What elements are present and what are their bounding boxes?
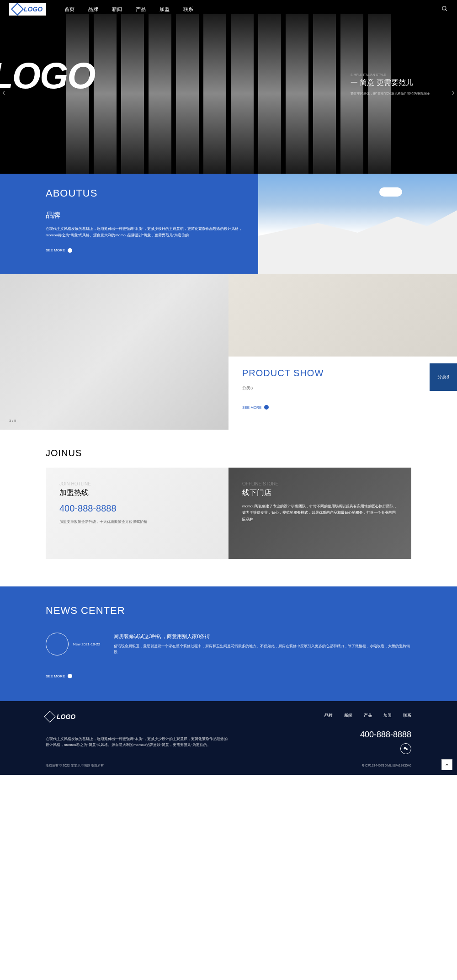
product-image-secondary [228,274,457,357]
see-more-label: SEE MORE [242,405,261,410]
about-title: ABOUTUS [46,187,244,199]
about-image [258,174,457,274]
see-more-label: SEE MORE [46,674,65,678]
news-see-more-button[interactable]: SEE MORE [46,674,411,678]
footer-description: 在现代主义风格发展的基础上，逐渐延伸出一种更强调"本质"，更减少少设计的主观意识… [46,736,228,748]
join-store-ghost: OFFLINE STORE [242,481,398,486]
carousel-prev-icon[interactable]: ‹ [2,87,5,97]
nav-home[interactable]: 首页 [64,6,74,13]
nav-product[interactable]: 产品 [136,6,146,13]
join-store-description: momou陶瓷创建了专业的设计研发团队，针对不同的使用场所以反具有实用性的匠心执… [242,503,398,523]
about-see-more-button[interactable]: SEE MORE [46,248,244,253]
footer-bottom: 版权所有 © 2022 某某卫浴陶瓷 版权所有 粤ICP12344678 XML… [46,763,411,768]
product-category: 分类3 [242,385,443,391]
join-grid: JOIN HOTLINE 加盟热线 400-888-8888 加盟支持政策全新升… [46,468,411,559]
footer-nav: 品牌 新闻 产品 加盟 联系 [324,713,411,719]
product-title: PRODUCT SHOW [242,368,443,378]
product-see-more-button[interactable]: SEE MORE [242,405,443,410]
news-content: 厨房装修试试这3种砖，商意用别人家8条街 俗话说金厨银卫，意思就是说一个家在整个… [114,633,411,655]
news-date-wrap: New 2021-10-22 [46,633,100,655]
news-item-description: 俗话说金厨银卫，意思就是说一个家在整个装修过程中，厨房和卫生间是花钱最多的地方。… [114,644,411,655]
join-section: JOINUS JOIN HOTLINE 加盟热线 400-888-8888 加盟… [0,430,457,586]
footer-mid: 在现代主义风格发展的基础上，逐渐延伸出一种更强调"本质"，更减少少设计的主观意识… [46,730,411,754]
header: LOGO 首页 品牌 新闻 产品 加盟 联系 [0,0,457,18]
product-counter: 3 / 5 [9,419,16,423]
svg-line-1 [446,9,447,11]
svg-point-3 [406,748,408,750]
hero-logo-text: LOGO [0,55,95,97]
footer-phone[interactable]: 400-888-8888 [360,730,411,740]
circle-icon [264,405,269,410]
join-hotline-ghost: JOIN HOTLINE [59,481,215,486]
join-phone-number[interactable]: 400-888-8888 [59,503,215,514]
about-description: 在现代主义风格发展的基础上，逐渐延伸出一种更强调"本质"，更减少设计的主观意识，… [46,226,244,239]
product-category-badge[interactable]: 分类3 [430,363,457,391]
news-circle-icon [46,633,69,655]
news-item-title: 厨房装修试试这3种砖，商意用别人家8条街 [114,633,411,640]
search-icon[interactable] [441,5,448,13]
join-hotline-description: 加盟支持政策全新升级，十大优惠政策全方位保驾护航 [59,519,215,524]
nav-join[interactable]: 加盟 [159,6,170,13]
hero-description: 繁忙年轻群体，把"简单"式的新风格做性独特的潮流演绎 [351,91,430,96]
copyright: 版权所有 © 2022 某某卫浴陶瓷 版权所有 [46,763,104,768]
product-section: 3 / 5 PRODUCT SHOW 分类3 SEE MORE 分类3 [0,274,457,430]
footer-nav-product[interactable]: 产品 [364,713,372,719]
svg-point-0 [442,6,446,10]
hero-subtitle: SIMPLE ITALIAN STYLE [351,73,430,76]
svg-point-2 [404,747,406,750]
product-right: PRODUCT SHOW 分类3 SEE MORE 分类3 [228,274,457,430]
icp-info: 粤ICP12344678 XML 图号1993546 [361,763,411,768]
logo-icon [11,3,24,16]
join-title: JOINUS [46,448,411,458]
circle-icon [68,248,72,253]
footer-nav-news[interactable]: 新闻 [344,713,352,719]
hero-section: LOGO SIMPLE ITALIAN STYLE 一 简意 更需要范儿 繁忙年… [0,0,457,174]
logo[interactable]: LOGO [9,3,46,16]
news-date: New 2021-10-22 [73,642,100,646]
footer-logo-icon [44,711,55,722]
about-section: ABOUTUS 品牌 在现代主义风格发展的基础上，逐渐延伸出一种更强调"本质"，… [0,174,457,274]
back-to-top-button[interactable] [441,759,452,770]
about-subtitle: 品牌 [46,211,244,220]
footer-nav-brand[interactable]: 品牌 [324,713,333,719]
nav-contact[interactable]: 联系 [183,6,193,13]
footer: LOGO 品牌 新闻 产品 加盟 联系 在现代主义风格发展的基础上，逐渐延伸出一… [0,701,457,775]
news-item[interactable]: New 2021-10-22 厨房装修试试这3种砖，商意用别人家8条街 俗话说金… [46,633,411,655]
news-section: NEWS CENTER New 2021-10-22 厨房装修试试这3种砖，商意… [0,586,457,701]
join-store-card: OFFLINE STORE 线下门店 momou陶瓷创建了专业的设计研发团队，针… [228,468,411,559]
wechat-icon[interactable] [400,743,411,754]
nav-brand[interactable]: 品牌 [88,6,98,13]
hero-title: 一 简意 更需要范儿 [351,78,430,88]
join-hotline-card: JOIN HOTLINE 加盟热线 400-888-8888 加盟支持政策全新升… [46,468,228,559]
join-store-subtitle: 线下门店 [242,488,398,498]
footer-top: LOGO 品牌 新闻 产品 加盟 联系 [46,713,411,721]
product-image-main: 3 / 5 [0,274,228,430]
logo-text: LOGO [24,5,43,13]
hero-text-block: SIMPLE ITALIAN STYLE 一 简意 更需要范儿 繁忙年轻群体，把… [351,73,430,96]
nav-news[interactable]: 新闻 [112,6,122,13]
see-more-label: SEE MORE [46,248,65,252]
main-nav: 首页 品牌 新闻 产品 加盟 联系 [64,6,193,13]
join-hotline-subtitle: 加盟热线 [59,488,215,498]
footer-nav-join[interactable]: 加盟 [383,713,392,719]
circle-icon [68,674,72,678]
carousel-next-icon[interactable]: › [452,87,455,97]
footer-logo[interactable]: LOGO [46,713,75,721]
footer-logo-text: LOGO [57,713,75,720]
footer-nav-contact[interactable]: 联系 [403,713,411,719]
news-title: NEWS CENTER [46,605,411,617]
product-info: PRODUCT SHOW 分类3 SEE MORE 分类3 [228,357,457,421]
about-content: ABOUTUS 品牌 在现代主义风格发展的基础上，逐渐延伸出一种更强调"本质"，… [0,174,258,274]
